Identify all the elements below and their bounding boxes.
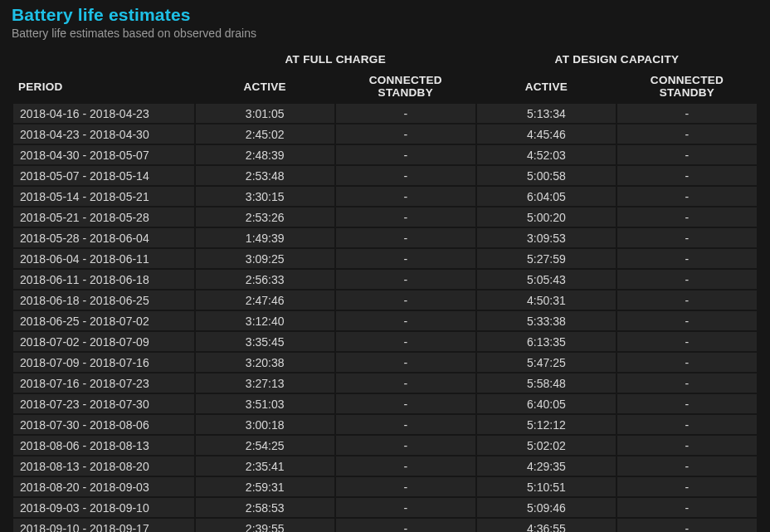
cell-period: 2018-08-13 - 2018-08-20 bbox=[13, 456, 194, 476]
table-row: 2018-07-30 - 2018-08-063:00:18-5:12:12- bbox=[13, 415, 757, 434]
cell-design-standby: - bbox=[617, 353, 757, 372]
cell-period: 2018-06-18 - 2018-06-25 bbox=[13, 290, 194, 310]
cell-full-active: 2:53:48 bbox=[196, 166, 334, 185]
cell-design-standby: - bbox=[617, 415, 757, 434]
cell-period: 2018-09-03 - 2018-09-10 bbox=[13, 498, 194, 517]
cell-full-standby: - bbox=[336, 207, 475, 227]
cell-full-standby: - bbox=[336, 145, 475, 164]
cell-full-standby: - bbox=[336, 166, 475, 185]
cell-design-standby: - bbox=[617, 166, 757, 185]
cell-full-standby: - bbox=[336, 353, 475, 372]
battery-estimates-table: AT FULL CHARGE AT DESIGN CAPACITY PERIOD… bbox=[12, 51, 758, 532]
header-group-design: AT DESIGN CAPACITY bbox=[477, 53, 757, 69]
cell-full-standby: - bbox=[336, 519, 475, 532]
cell-period: 2018-06-04 - 2018-06-11 bbox=[13, 249, 194, 268]
cell-design-standby: - bbox=[617, 145, 757, 164]
cell-design-standby: - bbox=[617, 498, 757, 517]
cell-full-active: 3:12:40 bbox=[196, 311, 334, 330]
cell-full-active: 2:47:46 bbox=[196, 290, 334, 310]
cell-period: 2018-07-23 - 2018-07-30 bbox=[13, 394, 194, 413]
cell-design-standby: - bbox=[617, 207, 757, 227]
cell-full-standby: - bbox=[336, 104, 475, 123]
table-row: 2018-06-04 - 2018-06-113:09:25-5:27:59- bbox=[13, 249, 757, 268]
cell-full-active: 2:54:25 bbox=[196, 436, 334, 455]
cell-design-standby: - bbox=[617, 311, 757, 330]
cell-design-standby: - bbox=[617, 456, 757, 476]
cell-design-active: 4:50:31 bbox=[477, 290, 616, 310]
cell-full-active: 3:27:13 bbox=[196, 373, 334, 393]
table-row: 2018-08-20 - 2018-09-032:59:31-5:10:51- bbox=[13, 477, 757, 496]
cell-design-standby: - bbox=[617, 394, 757, 413]
cell-design-active: 4:36:55 bbox=[477, 519, 616, 532]
cell-design-active: 5:09:46 bbox=[477, 498, 616, 517]
table-row: 2018-05-07 - 2018-05-142:53:48-5:00:58- bbox=[13, 166, 757, 185]
cell-full-standby: - bbox=[336, 456, 475, 476]
table-row: 2018-04-23 - 2018-04-302:45:02-4:45:46- bbox=[13, 124, 757, 144]
cell-full-standby: - bbox=[336, 436, 475, 455]
cell-design-standby: - bbox=[617, 290, 757, 310]
cell-period: 2018-08-20 - 2018-09-03 bbox=[13, 477, 194, 496]
cell-design-active: 4:45:46 bbox=[477, 124, 616, 144]
cell-full-active: 3:01:05 bbox=[196, 104, 334, 123]
cell-full-active: 2:59:31 bbox=[196, 477, 334, 496]
cell-design-active: 5:05:43 bbox=[477, 270, 616, 289]
cell-design-active: 4:29:35 bbox=[477, 456, 616, 476]
cell-full-active: 3:09:25 bbox=[196, 249, 334, 268]
table-row: 2018-04-16 - 2018-04-233:01:05-5:13:34- bbox=[13, 104, 757, 123]
cell-full-active: 1:49:39 bbox=[196, 228, 334, 247]
cell-full-active: 2:53:26 bbox=[196, 207, 334, 227]
cell-period: 2018-05-07 - 2018-05-14 bbox=[13, 166, 194, 185]
cell-full-standby: - bbox=[336, 249, 475, 268]
cell-design-active: 5:47:25 bbox=[477, 353, 616, 372]
header-design-active: ACTIVE bbox=[477, 71, 616, 102]
cell-period: 2018-04-30 - 2018-05-07 bbox=[13, 145, 194, 164]
table-row: 2018-04-30 - 2018-05-072:48:39-4:52:03- bbox=[13, 145, 757, 164]
cell-design-active: 6:13:35 bbox=[477, 332, 616, 351]
cell-period: 2018-07-16 - 2018-07-23 bbox=[13, 373, 194, 393]
table-row: 2018-07-16 - 2018-07-233:27:13-5:58:48- bbox=[13, 373, 757, 393]
cell-full-standby: - bbox=[336, 290, 475, 310]
table-row: 2018-08-06 - 2018-08-132:54:25-5:02:02- bbox=[13, 436, 757, 455]
cell-design-active: 6:40:05 bbox=[477, 394, 616, 413]
cell-design-active: 5:12:12 bbox=[477, 415, 616, 434]
cell-full-active: 3:51:03 bbox=[196, 394, 334, 413]
cell-design-standby: - bbox=[617, 373, 757, 393]
cell-period: 2018-08-06 - 2018-08-13 bbox=[13, 436, 194, 455]
cell-design-active: 4:52:03 bbox=[477, 145, 616, 164]
cell-full-active: 3:00:18 bbox=[196, 415, 334, 434]
cell-design-standby: - bbox=[617, 477, 757, 496]
cell-design-active: 5:33:38 bbox=[477, 311, 616, 330]
cell-full-standby: - bbox=[336, 415, 475, 434]
cell-period: 2018-06-25 - 2018-07-02 bbox=[13, 311, 194, 330]
table-row: 2018-09-03 - 2018-09-102:58:53-5:09:46- bbox=[13, 498, 757, 517]
table-row: 2018-07-09 - 2018-07-163:20:38-5:47:25- bbox=[13, 353, 757, 372]
table-row: 2018-08-13 - 2018-08-202:35:41-4:29:35- bbox=[13, 456, 757, 476]
cell-full-active: 3:20:38 bbox=[196, 353, 334, 372]
cell-full-active: 3:30:15 bbox=[196, 187, 334, 206]
cell-full-active: 2:48:39 bbox=[196, 145, 334, 164]
header-period: PERIOD bbox=[13, 71, 194, 102]
cell-full-active: 2:56:33 bbox=[196, 270, 334, 289]
cell-full-active: 3:35:45 bbox=[196, 332, 334, 351]
cell-period: 2018-04-23 - 2018-04-30 bbox=[13, 124, 194, 144]
cell-period: 2018-07-02 - 2018-07-09 bbox=[13, 332, 194, 351]
section-title: Battery life estimates bbox=[12, 5, 758, 25]
cell-full-standby: - bbox=[336, 477, 475, 496]
table-row: 2018-05-14 - 2018-05-213:30:15-6:04:05- bbox=[13, 187, 757, 206]
table-row: 2018-05-21 - 2018-05-282:53:26-5:00:20- bbox=[13, 207, 757, 227]
cell-design-standby: - bbox=[617, 270, 757, 289]
table-row: 2018-06-11 - 2018-06-182:56:33-5:05:43- bbox=[13, 270, 757, 289]
cell-design-standby: - bbox=[617, 187, 757, 206]
cell-full-standby: - bbox=[336, 270, 475, 289]
cell-full-active: 2:35:41 bbox=[196, 456, 334, 476]
cell-design-standby: - bbox=[617, 519, 757, 532]
cell-design-active: 5:02:02 bbox=[477, 436, 616, 455]
cell-design-standby: - bbox=[617, 436, 757, 455]
cell-full-standby: - bbox=[336, 394, 475, 413]
header-full-standby: CONNECTED STANDBY bbox=[336, 71, 475, 102]
table-row: 2018-06-18 - 2018-06-252:47:46-4:50:31- bbox=[13, 290, 757, 310]
cell-full-standby: - bbox=[336, 124, 475, 144]
cell-full-active: 2:58:53 bbox=[196, 498, 334, 517]
cell-design-active: 5:00:58 bbox=[477, 166, 616, 185]
cell-period: 2018-07-09 - 2018-07-16 bbox=[13, 353, 194, 372]
